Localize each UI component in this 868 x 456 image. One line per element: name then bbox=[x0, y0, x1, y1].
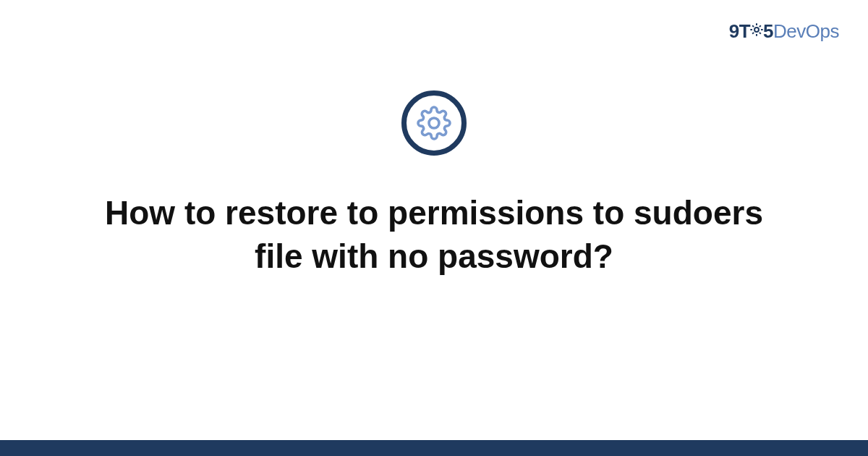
logo-gear-icon bbox=[749, 20, 765, 43]
logo-text-prefix: 9T bbox=[729, 20, 750, 42]
svg-point-0 bbox=[754, 28, 759, 32]
page-title: How to restore to permissions to sudoers… bbox=[72, 192, 796, 279]
main-gear-badge bbox=[401, 90, 467, 156]
logo-text-middle: 5 bbox=[763, 20, 773, 42]
logo-text-suffix: DevOps bbox=[773, 20, 839, 42]
main-content: How to restore to permissions to sudoers… bbox=[0, 90, 868, 279]
site-logo: 9T 5DevOps bbox=[729, 20, 839, 44]
footer-accent-bar bbox=[0, 440, 868, 456]
gear-icon bbox=[417, 106, 451, 140]
